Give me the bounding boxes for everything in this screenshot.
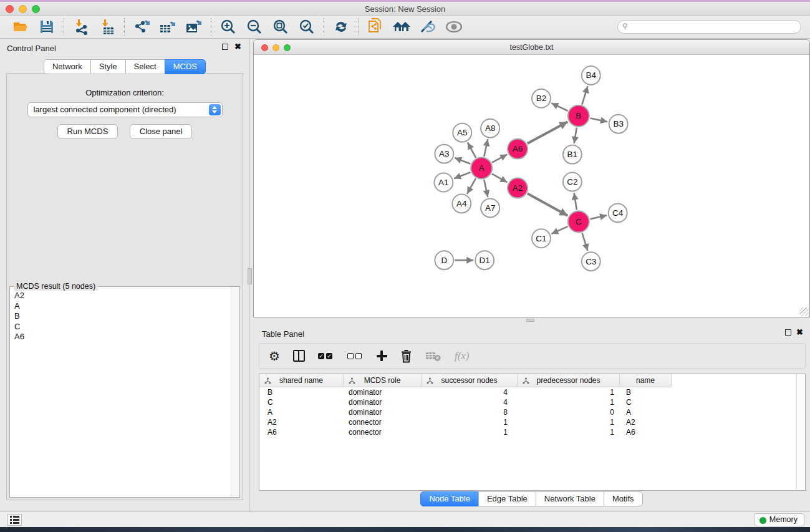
table-cell[interactable]: 1 xyxy=(518,427,620,437)
node-A[interactable]: A xyxy=(471,158,492,179)
task-history-button[interactable] xyxy=(7,514,22,526)
node-C1[interactable]: C1 xyxy=(532,229,551,248)
table-cell[interactable]: 1 xyxy=(422,427,518,437)
table-cell[interactable]: dominator xyxy=(344,387,422,397)
table-cell[interactable]: 0 xyxy=(518,407,620,417)
tab-node-table[interactable]: Node Table xyxy=(420,491,479,506)
mcds-result-item[interactable]: A2 xyxy=(14,291,231,301)
node-A5[interactable]: A5 xyxy=(453,123,471,142)
duplicate-network-icon[interactable] xyxy=(365,17,386,36)
table-options-gear-icon[interactable]: ⚙ xyxy=(269,349,280,364)
close-panel-icon[interactable]: ✖ xyxy=(234,42,241,51)
node-B3[interactable]: B3 xyxy=(609,115,628,133)
table-cell[interactable]: 4 xyxy=(422,387,518,397)
table-row[interactable]: Cdominator41C xyxy=(259,397,796,407)
node-B1[interactable]: B1 xyxy=(563,145,582,164)
show-column-icon[interactable] xyxy=(293,349,305,364)
edge-C-C3[interactable] xyxy=(582,233,587,251)
table-cell[interactable]: 4 xyxy=(422,397,518,407)
show-graphics-details-icon[interactable] xyxy=(443,17,465,36)
optimization-criterion-dropdown[interactable]: largest connected component (directed) xyxy=(27,102,223,117)
edge-B-B3[interactable] xyxy=(590,118,607,122)
table-cell[interactable]: C xyxy=(620,397,672,407)
node-B[interactable]: B xyxy=(568,105,589,127)
edge-A-A3[interactable] xyxy=(455,158,470,164)
node-C4[interactable]: C4 xyxy=(609,203,627,222)
node-A3[interactable]: A3 xyxy=(435,145,453,163)
close-panel-icon[interactable]: ✖ xyxy=(796,327,803,337)
table-cell[interactable]: 1 xyxy=(518,417,620,427)
table-cell[interactable]: A2 xyxy=(259,417,344,427)
network-graph[interactable]: B4B2BB3A8A5A6B1A3AA1C2A2A4A7C4CC1C3DD1 xyxy=(254,55,809,317)
mcds-result-item[interactable]: A6 xyxy=(14,332,231,342)
zoom-out-icon[interactable] xyxy=(244,17,265,36)
edge-B-B2[interactable] xyxy=(551,103,567,110)
vertical-splitter-handle[interactable] xyxy=(248,268,252,284)
mcds-result-item[interactable]: B xyxy=(14,311,231,322)
node-A6[interactable]: A6 xyxy=(508,139,528,159)
tab-mcds[interactable]: MCDS xyxy=(165,59,206,74)
refresh-layout-icon[interactable] xyxy=(330,17,352,36)
table-cell[interactable]: 1 xyxy=(422,417,518,427)
window-resize-grip[interactable] xyxy=(800,307,809,316)
table-cell[interactable]: connector xyxy=(344,427,422,437)
select-all-columns-icon[interactable]: ✓✓ xyxy=(318,349,334,364)
table-cell[interactable]: C xyxy=(259,397,344,407)
table-scrollbar[interactable] xyxy=(796,374,804,490)
node-D1[interactable]: D1 xyxy=(475,251,494,269)
edge-A-A1[interactable] xyxy=(454,172,470,178)
edge-B-B1[interactable] xyxy=(574,127,577,143)
edge-A-A6[interactable] xyxy=(492,155,507,163)
network-window-titlebar[interactable]: testGlobe.txt xyxy=(254,40,809,55)
column-header-successor-nodes[interactable]: successor nodes xyxy=(422,374,518,387)
table-cell[interactable]: A2 xyxy=(620,417,672,427)
tab-motifs[interactable]: Motifs xyxy=(604,491,643,506)
tab-network[interactable]: Network xyxy=(44,59,91,74)
horizontal-splitter-handle[interactable] xyxy=(526,319,534,322)
edge-A-A8[interactable] xyxy=(484,139,488,157)
edge-B-B4[interactable] xyxy=(582,86,587,105)
table-cell[interactable]: A xyxy=(259,407,344,417)
column-header-name[interactable]: name xyxy=(620,374,672,387)
export-table-icon[interactable] xyxy=(157,17,178,36)
node-A7[interactable]: A7 xyxy=(481,198,499,217)
node-D[interactable]: D xyxy=(435,251,453,269)
hide-graphics-details-icon[interactable] xyxy=(417,17,438,36)
tab-select[interactable]: Select xyxy=(125,59,165,74)
import-network-icon[interactable] xyxy=(70,17,92,36)
edge-C-C2[interactable] xyxy=(574,193,577,210)
home-pages-icon[interactable] xyxy=(391,17,412,36)
edge-C-C4[interactable] xyxy=(590,215,607,219)
edge-A-A2[interactable] xyxy=(492,174,508,183)
column-header-predecessor-nodes[interactable]: predecessor nodes xyxy=(518,374,620,387)
close-panel-button[interactable]: Close panel xyxy=(130,124,193,139)
tab-network-table[interactable]: Network Table xyxy=(536,491,604,506)
table-row[interactable]: Adominator80A xyxy=(259,407,796,417)
zoom-fit-icon[interactable] xyxy=(270,17,291,36)
import-table-icon[interactable] xyxy=(97,17,118,36)
mcds-result-item[interactable]: C xyxy=(14,322,231,332)
table-cell[interactable]: dominator xyxy=(344,407,422,417)
create-column-icon[interactable] xyxy=(377,349,387,364)
node-A1[interactable]: A1 xyxy=(434,173,453,192)
node-A2[interactable]: A2 xyxy=(508,178,528,198)
table-cell[interactable]: 8 xyxy=(422,407,518,417)
table-cell[interactable]: 1 xyxy=(518,397,620,407)
mcds-result-item[interactable]: A xyxy=(14,301,231,312)
edge-A-A4[interactable] xyxy=(467,178,476,194)
column-header-MCDS-role[interactable]: MCDS role xyxy=(344,374,422,387)
table-cell[interactable]: 1 xyxy=(518,387,620,397)
table-cell[interactable]: connector xyxy=(344,417,422,427)
delete-column-icon[interactable] xyxy=(400,349,412,364)
deselect-all-columns-icon[interactable] xyxy=(347,349,364,364)
float-panel-icon[interactable] xyxy=(785,329,791,336)
table-row[interactable]: A6connector11A6 xyxy=(259,427,796,437)
save-session-icon[interactable] xyxy=(36,17,57,36)
run-mcds-button[interactable]: Run MCDS xyxy=(57,124,118,139)
tab-style[interactable]: Style xyxy=(90,59,126,74)
node-A4[interactable]: A4 xyxy=(452,194,471,213)
edge-A-A7[interactable] xyxy=(484,180,488,197)
search-input[interactable] xyxy=(617,20,801,34)
open-file-icon[interactable] xyxy=(10,17,31,36)
zoom-selected-icon[interactable] xyxy=(296,17,317,36)
